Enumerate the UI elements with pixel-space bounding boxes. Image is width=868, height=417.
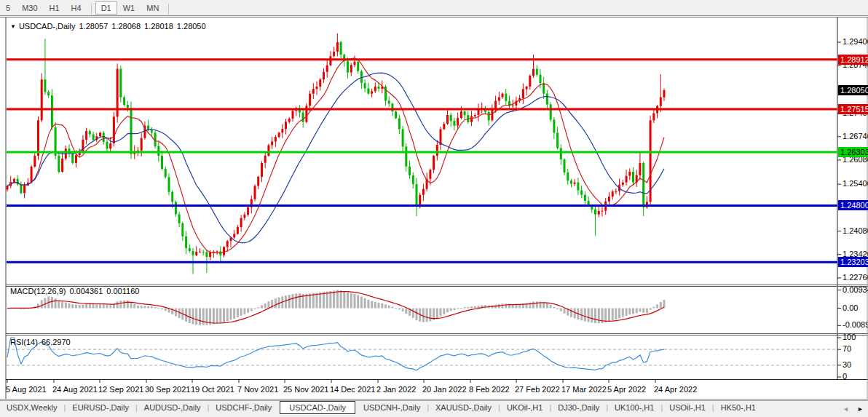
tab-usdchfdaily[interactable]: USDCHF-,Daily	[209, 401, 278, 413]
chart-title: ▼USDCAD-,Daily1.280571.280681.280181.280…	[10, 22, 210, 31]
date-axis-label: 12 Sep 2021	[98, 385, 143, 394]
date-axis-label: 17 Mar 2022	[561, 385, 607, 394]
chart-close-value: 1.28050	[177, 22, 206, 31]
date-axis-label: 25 Nov 2021	[283, 385, 328, 394]
price-axis-tick: 1.26740	[843, 132, 868, 140]
rsi-axis-tick: 30	[843, 360, 851, 369]
tab-scroll-left-button[interactable]: ◄	[843, 405, 849, 413]
price-tag-1.28050: 1.28050	[838, 85, 868, 95]
macd-signal-value: 0.001160	[106, 287, 139, 295]
price-tag-1.28912: 1.28912	[838, 55, 868, 65]
timeframe-toolbar: 5M30H1H4D1W1MN	[0, 0, 868, 16]
date-axis-label: 30 Sep 2021	[145, 385, 190, 394]
timeframe-button-5[interactable]: 5	[0, 1, 16, 15]
tab-uk100h1[interactable]: UK100-,H1	[608, 401, 660, 413]
tab-usdcaddaily[interactable]: USDCAD-,Daily	[280, 401, 355, 414]
timeframe-button-H4[interactable]: H4	[66, 1, 87, 15]
date-axis-label: 7 Nov 2021	[237, 385, 278, 394]
tab-usoilh1[interactable]: USOil-,H1	[663, 401, 712, 413]
macd-axis-tick: 0.009345	[843, 285, 868, 294]
tab-hk50h1[interactable]: HK50-,H1	[714, 401, 762, 413]
candles	[7, 33, 666, 274]
chart-open-value: 1.28057	[79, 22, 108, 31]
tab-usdxweekly[interactable]: USDX,Weekly	[0, 401, 63, 413]
rsi-name: RSI(14)	[10, 338, 38, 346]
date-axis-label: 24 Aug 2021	[52, 385, 98, 394]
rsi-indicator-label: RSI(14)66.2970	[10, 338, 74, 346]
tab-ukoilh1[interactable]: UKOil-,H1	[500, 401, 550, 413]
timeframe-button-M30[interactable]: M30	[16, 1, 43, 15]
price-tag-1.23203: 1.23203	[838, 257, 868, 267]
macd-axis-tick: 0.00	[843, 303, 858, 312]
date-axis-label: 19 Oct 2021	[191, 385, 234, 394]
rsi-axis-tick: 0	[843, 372, 847, 381]
date-axis-label: 5 Apr 2022	[607, 385, 646, 394]
rsi-axis-tick: 70	[843, 344, 851, 353]
price-tag-1.24800: 1.24800	[838, 200, 868, 210]
price-tag-1.27515: 1.27515	[838, 104, 868, 114]
chart-high-value: 1.28068	[111, 22, 141, 31]
price-tag-1.26303: 1.26303	[838, 147, 868, 157]
price-axis-tick: 1.29400	[843, 37, 868, 46]
tab-eurusddaily[interactable]: EURUSD-,Daily	[66, 401, 135, 413]
date-axis-label: 8 Feb 2022	[469, 385, 510, 394]
tab-dj30daily[interactable]: DJ30-,Daily	[551, 401, 606, 413]
tab-audusddaily[interactable]: AUDUSD-,Daily	[138, 401, 208, 413]
trading-platform-window: 5M30H1H4D1W1MN ▼USDCAD-,Daily1.280571.28…	[0, 0, 868, 417]
macd-value: 0.004361	[69, 287, 103, 295]
date-axis-label: 27 Feb 2022	[515, 385, 560, 394]
timeframe-button-MN[interactable]: MN	[141, 1, 165, 15]
date-axis-label: 24 Apr 2022	[654, 385, 697, 394]
timeframe-button-D1[interactable]: D1	[95, 1, 117, 15]
rsi-value: 66.2970	[42, 338, 71, 346]
price-axis-tick: 1.22760	[843, 273, 868, 282]
date-axis-label: 20 Jan 2022	[422, 385, 467, 394]
tab-usdcnhdaily[interactable]: USDCNH-,Daily	[357, 401, 427, 413]
price-chart-svg[interactable]	[0, 0, 868, 417]
macd-indicator-label: MACD(12,26,9)0.0043610.001160	[10, 287, 143, 295]
date-axis-label: 2 Jan 2022	[376, 385, 416, 394]
timeframe-button-H1[interactable]: H1	[44, 1, 66, 15]
toolbar-separator	[168, 4, 169, 15]
rsi-axis-tick: 100	[843, 333, 856, 341]
chart-title-symbol: USDCAD-,Daily	[19, 22, 76, 31]
chart-low-value: 1.28018	[144, 22, 173, 31]
symbol-tab-bar: USDX,Weekly|EURUSD-,Daily|AUDUSD-,Daily|…	[0, 400, 868, 417]
tab-xauusddaily[interactable]: XAUUSD-,Daily	[429, 401, 498, 413]
symbol-dropdown-icon[interactable]: ▼	[10, 23, 16, 30]
date-axis-label: 5 Aug 2021	[6, 385, 47, 394]
toolbar-separator	[91, 4, 92, 15]
macd-axis-tick: -0.008902	[843, 320, 868, 329]
timeframe-button-W1[interactable]: W1	[117, 1, 141, 15]
tab-scroll-right-button[interactable]: ►	[857, 405, 864, 413]
macd-name: MACD(12,26,9)	[10, 287, 66, 295]
price-axis-tick: 1.25400	[843, 179, 868, 188]
price-axis-tick: 1.24080	[843, 226, 868, 235]
date-axis-label: 14 Dec 2021	[330, 385, 375, 394]
